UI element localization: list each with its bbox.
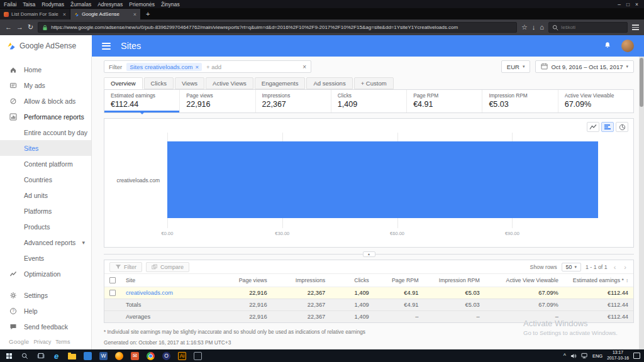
tab-custom[interactable]: + Custom	[354, 77, 394, 89]
metric-page-rpm[interactable]: Page RPM €4.91	[407, 90, 482, 112]
refresh-icon[interactable]: ↻	[28, 24, 33, 31]
start-button[interactable]	[1, 349, 17, 362]
tab-views[interactable]: Views	[175, 77, 204, 89]
sidebar-item-content-platform[interactable]: Content platform	[0, 156, 91, 172]
sidebar-item-settings[interactable]: Settings	[0, 287, 91, 303]
maximize-icon[interactable]: □	[626, 1, 630, 8]
line-chart-button[interactable]	[587, 122, 599, 132]
column-header-page-rpm[interactable]: Page RPM	[374, 274, 424, 287]
notifications-bell-icon[interactable]	[604, 40, 611, 52]
table-row[interactable]: creativeloads.com 22,916 22,367 1,409 €4…	[104, 287, 633, 299]
minimize-icon[interactable]: –	[618, 1, 621, 8]
forward-icon[interactable]: →	[16, 24, 23, 31]
language-indicator[interactable]: ENG	[592, 353, 602, 359]
column-header-page-views[interactable]: Page views	[214, 274, 272, 287]
nav-drawer-icon[interactable]	[102, 43, 111, 50]
tab-close-icon[interactable]: ×	[133, 11, 136, 18]
sidebar-item-help[interactable]: ? Help	[0, 303, 91, 319]
site-link[interactable]: creativeloads.com	[126, 290, 173, 296]
taskbar-edge-icon[interactable]: e	[48, 349, 64, 362]
sidebar-item-my-ads[interactable]: My ads	[0, 77, 91, 93]
metric-page-views[interactable]: Page views 22,916	[180, 90, 255, 112]
action-center-icon[interactable]	[633, 353, 640, 359]
filter-chip-sites[interactable]: Sites creativeloads.com ×	[126, 63, 202, 71]
volume-icon[interactable]	[570, 350, 577, 361]
taskbar-store-icon[interactable]	[80, 349, 96, 362]
column-header-impressions[interactable]: Impressions	[272, 274, 331, 287]
sidebar-item-ad-units[interactable]: Ad units	[0, 187, 91, 203]
collapse-chart-button[interactable]: ▴	[363, 251, 375, 257]
rows-per-page-select[interactable]: 50 ▾	[562, 263, 581, 272]
sidebar-item-optimization[interactable]: Optimization	[0, 266, 91, 282]
taskbar-chrome-icon[interactable]	[143, 349, 158, 362]
metric-estimated-earnings[interactable]: Estimated earnings €112.44	[104, 90, 180, 112]
column-header-clicks[interactable]: Clicks	[330, 274, 374, 287]
metric-impression-rpm[interactable]: Impression RPM €5.03	[482, 90, 558, 112]
avatar[interactable]	[621, 40, 634, 52]
chip-close-icon[interactable]: ×	[195, 63, 199, 70]
terms-link[interactable]: Terms	[55, 339, 70, 345]
tray-chevron-icon[interactable]: ^	[564, 353, 566, 359]
google-logo[interactable]: Google	[9, 338, 29, 345]
adsense-logo[interactable]: Google AdSense	[0, 35, 92, 57]
menu-history[interactable]: Žurnalas	[70, 1, 91, 8]
chart-bar[interactable]	[167, 141, 598, 218]
tab-engagements[interactable]: Engagements	[255, 77, 306, 89]
scrollbar-thumb[interactable]	[640, 58, 643, 107]
sidebar-item-countries[interactable]: Countries	[0, 172, 91, 187]
tab-overview[interactable]: Overview	[104, 77, 143, 89]
menu-file[interactable]: Failai	[4, 1, 16, 8]
sidebar-item-entire-account-by-day[interactable]: Entire account by day	[0, 124, 91, 140]
menu-view[interactable]: Rodymas	[42, 1, 64, 8]
home-icon[interactable]: ⌂	[540, 24, 544, 31]
sidebar-item-products[interactable]: Products	[0, 219, 91, 234]
currency-select[interactable]: EUR ▾	[501, 60, 531, 73]
filter-bar[interactable]: Filter Sites creativeloads.com × + add ×	[104, 60, 311, 73]
select-all-checkbox[interactable]	[109, 277, 116, 283]
tab-close-icon[interactable]: ×	[63, 11, 66, 18]
bar-chart-button[interactable]	[601, 122, 614, 132]
sidebar-item-send-feedback[interactable]: Send feedback	[0, 319, 91, 334]
pie-chart-button[interactable]	[616, 122, 628, 132]
next-page-icon[interactable]: ›	[622, 263, 628, 271]
taskbar-file-explorer-icon[interactable]	[64, 349, 80, 362]
column-header-site[interactable]: Site	[121, 274, 214, 287]
row-checkbox[interactable]	[109, 290, 116, 296]
tab-ad-sessions[interactable]: Ad sessions	[306, 77, 352, 89]
taskbar-word-icon[interactable]: W	[96, 349, 111, 362]
back-icon[interactable]: ←	[5, 24, 12, 31]
privacy-link[interactable]: Privacy	[33, 339, 51, 345]
browser-menu-icon[interactable]	[632, 25, 639, 30]
bookmark-star-icon[interactable]: ☆	[521, 24, 528, 31]
sidebar-item-advanced-reports[interactable]: Advanced reports ▾	[0, 234, 91, 250]
download-icon[interactable]: ↓	[532, 24, 536, 31]
browser-tab-adsense[interactable]: Google AdSense ×	[70, 9, 141, 19]
sidebar-item-allow-block-ads[interactable]: Allow & block ads	[0, 93, 91, 109]
taskbar-firefox-icon[interactable]	[111, 349, 127, 362]
table-compare-button[interactable]: Compare	[146, 262, 189, 272]
taskbar-opera-icon[interactable]: O	[158, 349, 174, 362]
date-range-picker[interactable]: Oct 9, 2016 – Oct 15, 2017 ▾	[535, 60, 634, 73]
metric-active-view-viewable[interactable]: Active View Viewable 67.09%	[558, 90, 633, 112]
column-header-active-view[interactable]: Active View Viewable	[485, 274, 564, 287]
browser-tab-list-domain[interactable]: List Domain For Sale ×	[0, 9, 70, 19]
column-header-impression-rpm[interactable]: Impression RPM	[424, 274, 485, 287]
tab-active-views[interactable]: Active Views	[206, 77, 253, 89]
taskbar-search-button[interactable]	[17, 349, 33, 362]
close-icon[interactable]: ×	[635, 1, 638, 8]
sidebar-item-platforms[interactable]: Platforms	[0, 203, 91, 219]
sidebar-item-events[interactable]: Events	[0, 250, 91, 266]
sidebar-item-sites[interactable]: Sites	[0, 140, 91, 156]
menu-help[interactable]: Žinynas	[161, 1, 180, 8]
filter-add-button[interactable]: + add	[206, 63, 221, 70]
search-input[interactable]	[561, 25, 624, 30]
task-view-button[interactable]	[33, 349, 48, 362]
taskbar-illustrator-icon[interactable]: Ai	[174, 349, 190, 362]
page-scrollbar[interactable]	[639, 57, 644, 349]
menu-edit[interactable]: Taisa	[23, 1, 35, 8]
taskbar-mail-icon[interactable]: ✉	[127, 349, 143, 362]
menu-bookmarks[interactable]: Adresynas	[97, 1, 123, 8]
menu-tools[interactable]: Priemonės	[129, 1, 155, 8]
column-header-estimated-earnings[interactable]: Estimated earnings * ↕	[564, 274, 633, 287]
sidebar-item-home[interactable]: Home	[0, 62, 91, 77]
